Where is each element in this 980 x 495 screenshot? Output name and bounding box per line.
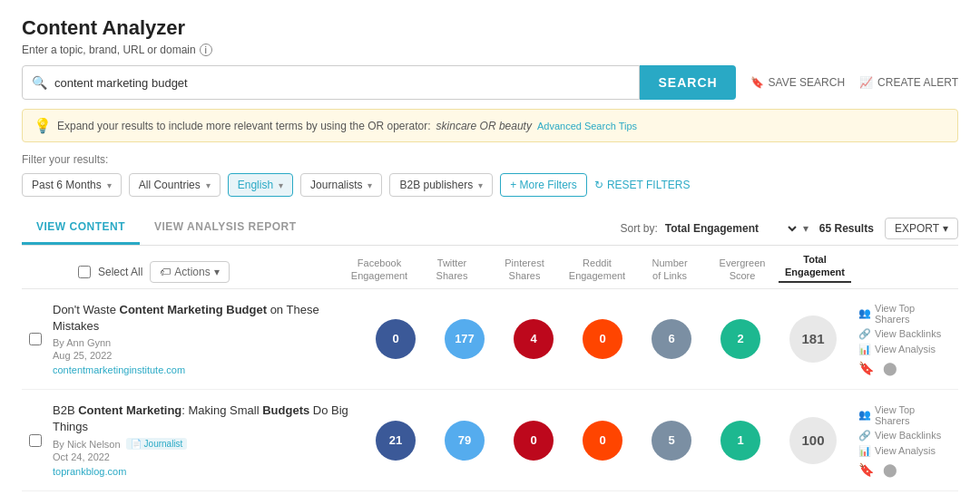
sort-select[interactable]: Total Engagement Facebook Engagement Twi… — [662, 221, 799, 236]
refresh-icon: ↻ — [594, 179, 603, 191]
create-alert-button[interactable]: 📈 CREATE ALERT — [859, 76, 958, 89]
suggestion-text: Expand your results to include more rele… — [57, 120, 431, 132]
info-icon[interactable]: i — [200, 44, 212, 56]
view-analysis-link[interactable]: 📊 View Analysis — [858, 445, 951, 457]
result-actions: 👥 View Top Sharers 🔗 View Backlinks 📊 Vi… — [851, 303, 951, 375]
alert-icon: 📈 — [859, 76, 873, 89]
sort-by: Sort by: Total Engagement Facebook Engag… — [620, 221, 808, 236]
filter-label: Filter your results: — [22, 153, 958, 166]
journalist-badge: 📄 Journalist — [126, 438, 188, 450]
result-actions: 👥 View Top Sharers 🔗 View Backlinks 📊 Vi… — [851, 404, 951, 477]
col-reddit: Reddit Engagement — [561, 257, 633, 283]
evergreen-metric: 2 — [720, 319, 760, 359]
pinterest-metric: 0 — [514, 421, 554, 461]
result-date: Oct 24, 2022 — [53, 451, 352, 462]
results-list: Don't Waste Content Marketing Budget on … — [22, 289, 958, 492]
results-count: 65 Results — [819, 222, 874, 235]
row-checkbox[interactable] — [29, 333, 42, 345]
tab-view-content[interactable]: VIEW CONTENT — [22, 211, 140, 245]
chart-icon: 📊 — [858, 445, 871, 457]
evergreen-metric: 1 — [720, 421, 760, 461]
result-date: Aug 25, 2022 — [53, 350, 352, 361]
reddit-metric: 0 — [583, 319, 622, 359]
facebook-metric: 0 — [376, 319, 416, 359]
col-total: Total Engagement — [779, 253, 851, 283]
chevron-down-icon: ▾ — [206, 180, 211, 190]
search-button[interactable]: SEARCH — [640, 65, 735, 100]
journalist-icon: 📄 — [131, 439, 142, 449]
col-twitter: Twitter Shares — [416, 257, 488, 283]
chevron-down-icon: ▾ — [107, 180, 112, 190]
tabs: VIEW CONTENT VIEW ANALYSIS REPORT — [22, 211, 310, 245]
bookmark-icon[interactable]: 🔖 — [858, 361, 874, 375]
suggestion-terms: skincare OR beauty — [436, 120, 532, 132]
view-top-sharers-link[interactable]: 👥 View Top Sharers — [858, 303, 951, 325]
twitter-metric: 79 — [445, 421, 485, 461]
chevron-down-icon: ▾ — [478, 180, 483, 190]
select-all-checkbox[interactable] — [78, 266, 91, 278]
total-metric: 100 — [789, 417, 837, 464]
bookmark-icon: 🔖 — [750, 76, 764, 89]
result-url[interactable]: contentmarketinginstitute.com — [53, 364, 185, 375]
more-filters-button[interactable]: + More Filters — [500, 173, 587, 197]
save-search-button[interactable]: 🔖 SAVE SEARCH — [750, 76, 845, 89]
chevron-down-icon: ▾ — [803, 222, 808, 235]
result-meta: By Ann Gynn — [53, 337, 352, 348]
links-metric: 5 — [652, 421, 691, 461]
view-backlinks-link[interactable]: 🔗 View Backlinks — [858, 328, 951, 340]
filter-all-countries[interactable]: All Countries ▾ — [129, 173, 220, 197]
view-analysis-link[interactable]: 📊 View Analysis — [858, 344, 951, 355]
col-evergreen: Evergreen Score — [706, 257, 779, 283]
row-checkbox[interactable] — [29, 434, 42, 447]
result-title: B2B Content Marketing: Making Small Budg… — [53, 403, 352, 435]
actions-button[interactable]: 🏷 Actions ▾ — [150, 261, 229, 283]
sort-area: Sort by: Total Engagement Facebook Engag… — [620, 218, 958, 239]
suggestion-row: 💡 Expand your results to include more re… — [22, 109, 958, 142]
filter-past-6-months[interactable]: Past 6 Months ▾ — [22, 173, 122, 197]
users-icon: 👥 — [858, 409, 871, 421]
row-icon-actions: 🔖 ⬤ — [858, 361, 951, 375]
content-analyzer-page: Content Analyzer Enter a topic, brand, U… — [0, 0, 980, 495]
chevron-down-icon: ▾ — [279, 180, 283, 190]
result-metrics: 0 177 4 0 6 2 181 — [361, 315, 851, 363]
filter-b2b-publishers[interactable]: B2B publishers ▾ — [389, 173, 493, 197]
search-row: 🔍 SEARCH 🔖 SAVE SEARCH 📈 CREATE ALERT — [22, 65, 958, 100]
export-button[interactable]: EXPORT ▾ — [885, 218, 958, 239]
chevron-down-icon: ▾ — [368, 180, 372, 190]
pinterest-metric: 4 — [514, 319, 554, 359]
result-url[interactable]: toprankblog.com — [53, 466, 126, 477]
table-row: B2B Content Marketing: Making Small Budg… — [22, 390, 958, 491]
select-all-label: Select All — [98, 266, 142, 278]
advanced-search-tips-link[interactable]: Advanced Search Tips — [537, 121, 637, 131]
tabs-row: VIEW CONTENT VIEW ANALYSIS REPORT Sort b… — [22, 211, 958, 246]
chart-icon: 📊 — [858, 344, 871, 355]
links-metric: 6 — [652, 319, 691, 359]
facebook-metric: 21 — [376, 421, 416, 461]
filter-journalists[interactable]: Journalists ▾ — [300, 173, 382, 197]
view-backlinks-link[interactable]: 🔗 View Backlinks — [858, 430, 951, 442]
view-top-sharers-link[interactable]: 👥 View Top Sharers — [858, 404, 951, 426]
reset-filters-button[interactable]: ↻ RESET FILTERS — [594, 179, 691, 191]
bookmark-icon[interactable]: 🔖 — [858, 462, 874, 477]
tab-view-analysis[interactable]: VIEW ANALYSIS REPORT — [140, 211, 310, 245]
result-meta: By Nick Nelson 📄 Journalist — [53, 438, 352, 450]
link-icon: 🔗 — [858, 430, 871, 442]
chevron-down-icon: ▾ — [943, 222, 948, 235]
subtitle: Enter a topic, brand, URL or domain i — [22, 44, 958, 56]
total-metric: 181 — [789, 315, 837, 363]
search-box: 🔍 — [22, 65, 640, 100]
share-icon[interactable]: ⬤ — [883, 361, 897, 375]
filter-english[interactable]: English ▾ — [228, 173, 293, 197]
col-links: Number of Links — [633, 257, 706, 283]
result-metrics: 21 79 0 0 5 1 100 — [361, 417, 851, 464]
twitter-metric: 177 — [445, 319, 485, 359]
row-icon-actions: 🔖 ⬤ — [858, 462, 951, 477]
table-header: Select All 🏷 Actions ▾ Facebook Engageme… — [22, 246, 958, 289]
search-icon: 🔍 — [32, 75, 47, 90]
share-icon[interactable]: ⬤ — [883, 462, 897, 477]
chevron-down-icon: ▾ — [214, 266, 220, 278]
result-title: Don't Waste Content Marketing Budget on … — [53, 302, 352, 335]
col-pinterest: Pinterest Shares — [488, 257, 561, 283]
col-facebook: Facebook Engagement — [343, 257, 416, 283]
search-input[interactable] — [54, 76, 630, 90]
